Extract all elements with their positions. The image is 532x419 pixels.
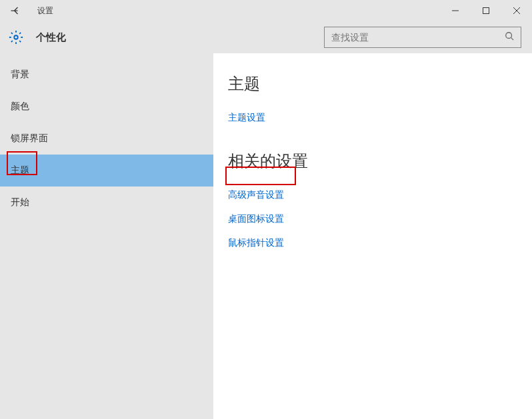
- sidebar-item-background[interactable]: 背景: [0, 59, 213, 91]
- minimize-button[interactable]: [440, 0, 471, 21]
- gear-icon: [8, 29, 24, 45]
- svg-point-4: [14, 35, 18, 39]
- svg-point-5: [506, 33, 512, 39]
- sidebar-item-themes[interactable]: 主题: [0, 155, 213, 187]
- sidebar-item-lockscreen[interactable]: 锁屏界面: [0, 123, 213, 155]
- header: 个性化: [0, 21, 532, 53]
- title-bar: 设置: [0, 0, 532, 21]
- minimize-icon: [452, 7, 459, 14]
- search-input[interactable]: [331, 32, 505, 43]
- sidebar-item-start[interactable]: 开始: [0, 187, 213, 218]
- link-desktop-icon[interactable]: 桌面图标设置: [228, 209, 284, 229]
- section-related: 相关的设置 高级声音设置 桌面图标设置 鼠标指针设置: [228, 151, 532, 257]
- svg-line-6: [511, 38, 514, 41]
- sidebar-item-label: 锁屏界面: [11, 133, 48, 145]
- link-advanced-sound[interactable]: 高级声音设置: [228, 185, 284, 205]
- search-box[interactable]: [324, 27, 521, 48]
- sidebar-item-label: 颜色: [11, 101, 29, 113]
- body: 背景 颜色 锁屏界面 主题 开始 主题 主题设置 相关的设置 高级声音设置 桌面…: [0, 53, 532, 419]
- sidebar-item-label: 背景: [11, 69, 29, 81]
- search-icon[interactable]: [505, 31, 514, 43]
- maximize-icon: [483, 7, 489, 14]
- section-title-related: 相关的设置: [228, 151, 532, 172]
- sidebar-item-label: 主题: [11, 165, 29, 177]
- svg-rect-1: [483, 8, 489, 14]
- sidebar: 背景 颜色 锁屏界面 主题 开始: [0, 53, 213, 419]
- close-icon: [513, 7, 520, 14]
- sidebar-item-label: 开始: [11, 197, 29, 209]
- link-theme-settings[interactable]: 主题设置: [228, 108, 265, 128]
- section-themes: 主题 主题设置: [228, 73, 532, 132]
- category-title: 个性化: [36, 31, 66, 44]
- close-button[interactable]: [501, 0, 532, 21]
- back-button[interactable]: [0, 0, 32, 21]
- window-controls: [440, 0, 532, 21]
- section-title-themes: 主题: [228, 73, 532, 95]
- arrow-left-icon: [9, 4, 23, 17]
- link-mouse-pointer[interactable]: 鼠标指针设置: [228, 233, 284, 253]
- sidebar-item-colors[interactable]: 颜色: [0, 91, 213, 123]
- content-pane: 主题 主题设置 相关的设置 高级声音设置 桌面图标设置 鼠标指针设置: [213, 53, 532, 419]
- maximize-button[interactable]: [471, 0, 501, 21]
- window-title: 设置: [37, 5, 53, 17]
